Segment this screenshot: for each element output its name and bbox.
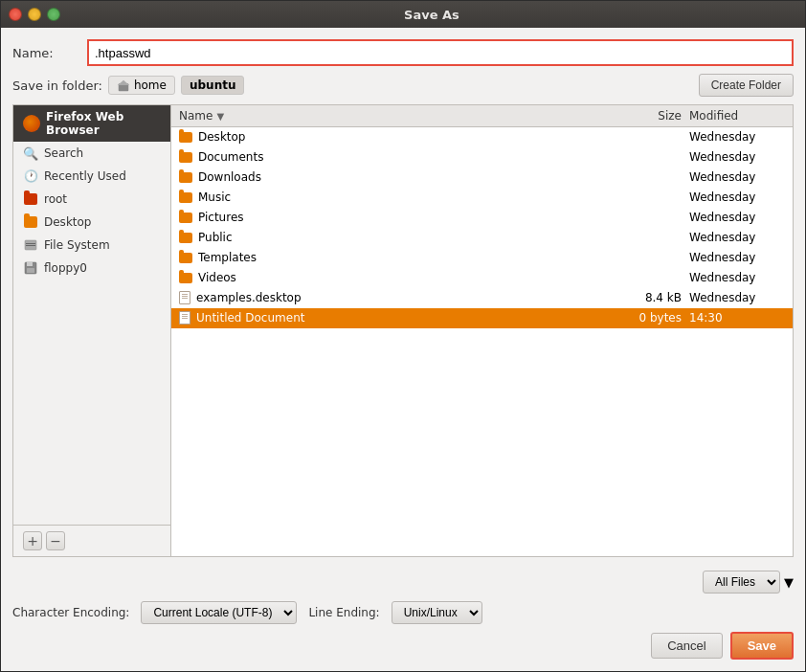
save-button[interactable]: Save <box>730 632 794 660</box>
name-row: Name: <box>12 39 794 66</box>
cancel-button[interactable]: Cancel <box>651 633 722 659</box>
sidebar-search-label: Search <box>44 146 83 160</box>
sidebar-root-label: root <box>44 192 67 206</box>
file-size-label: 0 bytes <box>613 311 689 325</box>
file-row[interactable]: examples.desktop8.4 kBWednesday <box>171 288 793 308</box>
breadcrumb-ubuntu[interactable]: ubuntu <box>181 76 245 95</box>
desktop-folder-icon <box>23 214 38 230</box>
file-row[interactable]: DesktopWednesday <box>171 127 793 147</box>
file-name-label: Untitled Document <box>196 311 304 325</box>
file-name-label: Desktop <box>198 130 246 144</box>
sidebar-item-search[interactable]: 🔍 Search <box>13 142 170 165</box>
sidebar-item-desktop[interactable]: Desktop <box>13 211 170 234</box>
column-header-size[interactable]: Size <box>613 109 689 123</box>
encoding-label: Character Encoding: <box>12 606 129 619</box>
file-modified-label: Wednesday <box>689 130 785 144</box>
document-icon <box>179 291 190 304</box>
filter-dropdown-icon: ▼ <box>784 575 794 590</box>
folder-icon <box>179 253 192 263</box>
save-as-dialog: Save As Name: Save in folder: home ubunt… <box>0 0 806 672</box>
svg-rect-7 <box>27 268 34 273</box>
savein-row: Save in folder: home ubuntu Create Folde… <box>12 74 794 97</box>
window-title: Save As <box>66 8 797 22</box>
file-row[interactable]: Untitled Document0 bytes14:30 <box>171 308 793 328</box>
filesystem-icon <box>23 237 38 253</box>
column-header-name[interactable]: Name ▼ <box>179 109 613 123</box>
file-row[interactable]: MusicWednesday <box>171 188 793 208</box>
file-name-label: Public <box>198 231 233 244</box>
svg-marker-1 <box>118 80 129 85</box>
remove-bookmark-button[interactable]: − <box>46 531 65 550</box>
file-modified-label: Wednesday <box>689 170 785 184</box>
minimize-button[interactable] <box>28 8 41 21</box>
file-name-label: Downloads <box>198 170 261 184</box>
svg-rect-6 <box>27 262 33 266</box>
file-row[interactable]: PublicWednesday <box>171 228 793 248</box>
footer-area: All Files ▼ Character Encoding: Current … <box>12 565 794 660</box>
sidebar-app-header: Firefox Web Browser <box>13 105 170 142</box>
maximize-button[interactable] <box>47 8 60 21</box>
folder-icon <box>179 132 192 143</box>
column-header-modified[interactable]: Modified <box>689 109 785 123</box>
titlebar: Save As <box>1 1 805 28</box>
breadcrumb-home[interactable]: home <box>108 76 175 95</box>
sidebar-item-floppy0[interactable]: floppy0 <box>13 257 170 280</box>
file-name-label: Music <box>198 190 231 204</box>
sidebar-items-list: 🔍 Search 🕐 Recently Used <box>13 142 170 525</box>
file-row[interactable]: DownloadsWednesday <box>171 168 793 188</box>
breadcrumb-ubuntu-label: ubuntu <box>190 78 236 92</box>
sidebar: Firefox Web Browser 🔍 Search 🕐 Recently … <box>13 105 171 556</box>
file-row[interactable]: DocumentsWednesday <box>171 147 793 168</box>
svg-rect-4 <box>26 245 35 246</box>
document-icon <box>179 311 190 325</box>
file-row[interactable]: VideosWednesday <box>171 268 793 288</box>
file-modified-label: Wednesday <box>689 271 785 284</box>
file-size-label: 8.4 kB <box>613 291 689 304</box>
sort-arrow-icon: ▼ <box>216 111 224 122</box>
filename-input[interactable] <box>87 39 794 66</box>
file-type-filter[interactable]: All Files <box>703 571 780 594</box>
file-row[interactable]: PicturesWednesday <box>171 208 793 228</box>
folder-icon <box>179 273 192 283</box>
clock-icon: 🕐 <box>23 168 38 184</box>
sidebar-app-label: Firefox Web Browser <box>46 110 161 137</box>
file-list: DesktopWednesdayDocumentsWednesdayDownlo… <box>171 127 793 556</box>
floppy-icon <box>23 260 38 276</box>
line-ending-select[interactable]: Unix/Linux <box>392 601 482 624</box>
file-name-label: Pictures <box>198 211 244 224</box>
close-button[interactable] <box>9 8 22 21</box>
file-modified-label: Wednesday <box>689 211 785 224</box>
folder-icon <box>179 233 192 243</box>
encoding-row: Character Encoding: Current Locale (UTF-… <box>12 601 794 624</box>
character-encoding-select[interactable]: Current Locale (UTF-8) <box>141 601 297 624</box>
file-modified-label: Wednesday <box>689 150 785 164</box>
main-area: Firefox Web Browser 🔍 Search 🕐 Recently … <box>12 104 794 557</box>
sidebar-item-recently-used[interactable]: 🕐 Recently Used <box>13 165 170 188</box>
file-row[interactable]: TemplatesWednesday <box>171 248 793 268</box>
sidebar-desktop-label: Desktop <box>44 215 92 229</box>
breadcrumb-home-label: home <box>134 78 167 92</box>
file-name-label: Templates <box>198 251 257 264</box>
search-icon: 🔍 <box>23 146 38 161</box>
sidebar-floppy0-label: floppy0 <box>44 261 87 275</box>
sidebar-bottom: + − <box>13 525 170 556</box>
file-list-header: Name ▼ Size Modified <box>171 105 793 127</box>
savein-label: Save in folder: <box>12 78 102 93</box>
folder-icon <box>179 192 192 203</box>
file-name-label: Videos <box>198 271 236 284</box>
name-label: Name: <box>12 46 79 60</box>
file-modified-label: Wednesday <box>689 190 785 204</box>
folder-icon <box>179 172 192 183</box>
sidebar-filesystem-label: File System <box>44 238 110 252</box>
sidebar-item-root[interactable]: root <box>13 188 170 211</box>
folder-icon <box>179 152 192 163</box>
add-bookmark-button[interactable]: + <box>23 531 42 550</box>
action-row: Cancel Save <box>12 632 794 660</box>
svg-rect-3 <box>26 243 35 244</box>
folder-icon <box>179 213 192 223</box>
create-folder-button[interactable]: Create Folder <box>699 74 794 97</box>
file-modified-label: Wednesday <box>689 291 785 304</box>
dialog-content: Name: Save in folder: home ubuntu Create… <box>1 28 805 671</box>
sidebar-item-filesystem[interactable]: File System <box>13 234 170 257</box>
filter-row: All Files ▼ <box>12 571 794 594</box>
